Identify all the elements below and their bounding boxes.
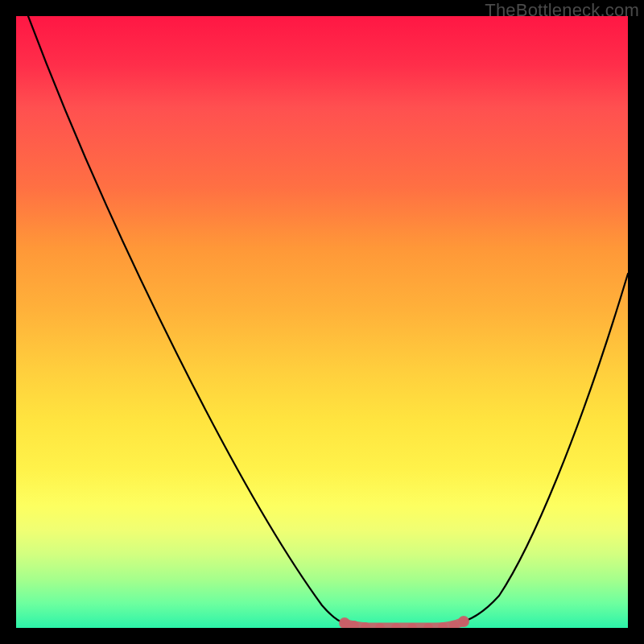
curve-right-branch (464, 274, 628, 621)
valley-dot (458, 616, 469, 627)
curve-left-branch (28, 16, 345, 623)
valley-highlight (339, 616, 469, 628)
watermark-text: TheBottleneck.com (485, 0, 639, 21)
chart-svg (16, 16, 628, 628)
chart-frame: TheBottleneck.com (0, 0, 644, 644)
valley-dot (339, 617, 350, 628)
